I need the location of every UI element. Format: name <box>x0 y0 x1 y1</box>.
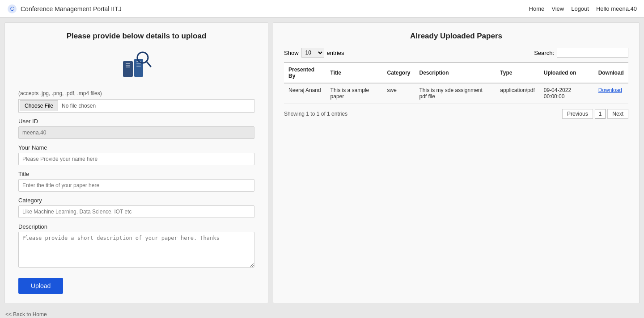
papers-table: Presented By Title Category Description … <box>284 62 628 104</box>
user-id-input <box>18 126 254 139</box>
choose-file-button[interactable]: Choose File <box>20 100 58 111</box>
previous-button[interactable]: Previous <box>562 109 593 119</box>
header: C Conference Management Portal IITJ Home… <box>0 0 644 18</box>
your-name-input[interactable] <box>18 153 254 165</box>
description-label: Description <box>18 223 254 230</box>
user-id-group: User ID <box>18 118 254 139</box>
col-category: Category <box>382 63 415 83</box>
description-group: Description <box>18 223 254 269</box>
cell-category: swe <box>382 83 415 104</box>
table-controls: Show 10 25 50 100 entries Search: <box>284 48 628 58</box>
category-label: Category <box>18 197 254 204</box>
back-to-home-link[interactable]: << Back to Home <box>0 310 51 318</box>
title-label: Title <box>18 171 254 177</box>
cell-download: Download <box>594 83 628 104</box>
pagination-controls: Previous 1 Next <box>562 109 628 119</box>
search-box: Search: <box>534 48 628 58</box>
app-title: Conference Management Portal IITJ <box>21 5 122 13</box>
nav-logout[interactable]: Logout <box>571 5 589 12</box>
cell-type: application/pdf <box>496 83 539 104</box>
upload-form-panel: Please provide below details to upload (… <box>4 22 268 303</box>
svg-rect-9 <box>136 66 141 67</box>
col-title: Title <box>326 63 383 83</box>
pagination: Showing 1 to 1 of 1 entries Previous 1 N… <box>284 109 628 119</box>
col-uploaded-on: Uploaded on <box>539 63 594 83</box>
next-button[interactable]: Next <box>607 109 628 119</box>
svg-rect-8 <box>136 63 141 64</box>
col-description: Description <box>415 63 496 83</box>
file-input-row: Choose File No file chosen <box>18 99 254 113</box>
no-file-label: No file chosen <box>62 103 96 109</box>
svg-line-11 <box>146 61 151 67</box>
title-group: Title <box>18 171 254 192</box>
nav-home[interactable]: Home <box>529 5 545 12</box>
table-row: Neeraj Anand This is a sample paper swe … <box>284 83 628 104</box>
cell-description: This is my sde assignment pdf file <box>415 83 496 104</box>
entries-label: entries <box>327 50 344 56</box>
table-header-row: Presented By Title Category Description … <box>284 63 628 83</box>
svg-rect-4 <box>126 65 130 66</box>
col-download: Download <box>594 63 628 83</box>
main-content: Please provide below details to upload (… <box>0 18 644 308</box>
header-left: C Conference Management Portal IITJ <box>7 4 122 14</box>
show-label: Show <box>284 50 299 56</box>
col-presented-by: Presented By <box>284 63 326 83</box>
your-name-group: Your Name <box>18 144 254 165</box>
svg-rect-5 <box>126 67 130 67</box>
header-nav: Home View Logout Hello meena.40 <box>529 5 637 12</box>
category-group: Category <box>18 197 254 218</box>
search-input[interactable] <box>557 48 628 58</box>
entries-select[interactable]: 10 25 50 100 <box>301 48 324 58</box>
search-label: Search: <box>534 50 554 56</box>
category-input[interactable] <box>18 205 254 218</box>
books-search-icon <box>119 48 154 84</box>
svg-rect-3 <box>126 63 130 64</box>
user-id-label: User ID <box>18 118 254 125</box>
upload-icon-container <box>18 48 254 85</box>
current-page: 1 <box>595 109 606 119</box>
nav-greeting: Hello meena.40 <box>596 5 637 12</box>
upload-form-heading: Please provide below details to upload <box>18 32 254 41</box>
pagination-info: Showing 1 to 1 of 1 entries <box>284 111 347 117</box>
cell-uploaded-on: 09-04-2022 00:00:00 <box>539 83 594 104</box>
description-input[interactable] <box>18 232 254 268</box>
uploaded-papers-heading: Already Uploaded Papers <box>284 32 628 41</box>
svg-text:C: C <box>10 6 14 12</box>
upload-button[interactable]: Upload <box>18 278 63 294</box>
show-entries-control: Show 10 25 50 100 entries <box>284 48 344 58</box>
cell-title: This is a sample paper <box>326 83 383 104</box>
uploaded-papers-panel: Already Uploaded Papers Show 10 25 50 10… <box>273 22 640 303</box>
cell-presented-by: Neeraj Anand <box>284 83 326 104</box>
bottom-section: << Back to Home <box>0 308 644 318</box>
col-type: Type <box>496 63 539 83</box>
your-name-label: Your Name <box>18 144 254 151</box>
conference-logo-icon: C <box>7 4 17 14</box>
file-accept-text: (accepts .jpg, .png, .pdf, .mp4 files) <box>18 90 254 96</box>
download-link[interactable]: Download <box>598 87 622 93</box>
title-input[interactable] <box>18 179 254 192</box>
nav-view[interactable]: View <box>551 5 564 12</box>
